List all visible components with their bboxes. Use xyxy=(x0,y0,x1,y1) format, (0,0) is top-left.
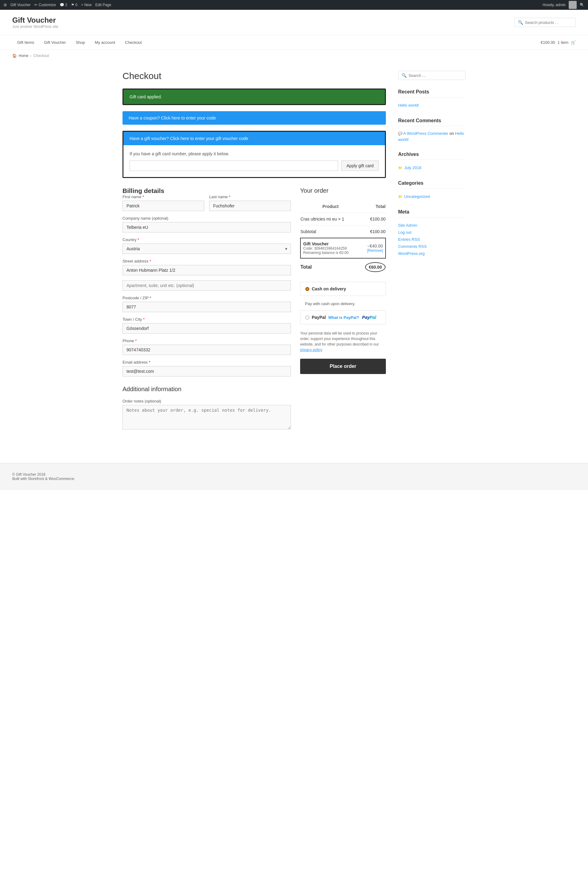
gift-voucher-section: Have a gift voucher? Click here to enter… xyxy=(123,131,386,178)
gift-voucher-code-detail: Code: 30948159641642​59 xyxy=(303,246,358,251)
admin-bar-pending[interactable]: ⚑ 0 xyxy=(71,3,78,7)
gift-voucher-remove-link[interactable]: [Remove] xyxy=(363,248,383,253)
col-total: Total xyxy=(361,200,386,213)
archives-widget: Archives July 2018 xyxy=(398,152,465,171)
order-notes-input[interactable] xyxy=(123,405,291,429)
apply-gift-card-button[interactable]: Apply gift card xyxy=(341,161,379,171)
footer-copyright: © Gift Voucher 2018 xyxy=(12,472,576,477)
cash-on-delivery-label[interactable]: Cash on delivery xyxy=(305,287,346,291)
nav-item-gift-voucher[interactable]: Gift Voucher xyxy=(39,35,71,50)
paypal-link[interactable]: What is PayPal? xyxy=(328,315,359,320)
billing-section: Billing details First name * Last name *… xyxy=(123,187,291,377)
place-order-button[interactable]: Place order xyxy=(300,359,386,374)
company-input[interactable] xyxy=(123,222,291,233)
phone-field: Phone * xyxy=(123,338,291,355)
street-field: Street address * xyxy=(123,259,291,275)
sidebar-search-widget: 🔍 xyxy=(398,71,465,80)
product-name: Cras ultricies mi eu × 1 xyxy=(300,213,361,225)
country-select[interactable]: Austria xyxy=(123,243,291,254)
country-select-wrapper: Austria xyxy=(123,243,291,254)
town-label: Town / City * xyxy=(123,317,291,321)
street2-input[interactable] xyxy=(123,280,291,291)
phone-input[interactable] xyxy=(123,345,291,355)
entries-rss-link[interactable]: Entries RSS xyxy=(398,237,420,242)
gift-voucher-body: If you have a gift card number, please a… xyxy=(123,145,385,177)
list-item: Comments RSS xyxy=(398,243,465,250)
recent-posts-widget: Recent Posts Hello world! xyxy=(398,89,465,109)
folder-icon xyxy=(398,194,402,199)
nav-item-gift-items[interactable]: Gift Items xyxy=(12,35,39,50)
categories-widget: Categories Uncategorized xyxy=(398,180,465,200)
postcode-input[interactable] xyxy=(123,302,291,312)
street2-field xyxy=(123,280,291,291)
street-input[interactable] xyxy=(123,265,291,275)
checkout-columns: Billing details First name * Last name *… xyxy=(123,187,386,435)
gift-voucher-header[interactable]: Have a gift voucher? Click here to enter… xyxy=(123,132,385,145)
paypal-radio[interactable] xyxy=(305,315,309,320)
email-field: Email address * xyxy=(123,360,291,377)
town-input[interactable] xyxy=(123,323,291,333)
gift-voucher-description: If you have a gift card number, please a… xyxy=(129,151,379,156)
subtotal-label: Subtotal xyxy=(300,225,361,238)
avatar[interactable] xyxy=(569,1,577,9)
admin-bar-edit-page[interactable]: Edit Page xyxy=(95,3,111,7)
total-row: Total €60.00 xyxy=(300,258,386,276)
nav-menu: Gift Items Gift Voucher Shop My account … xyxy=(12,35,147,50)
total-label: Total xyxy=(300,258,361,276)
nav-item-my-account[interactable]: My account xyxy=(90,35,120,50)
list-item: Site Admin xyxy=(398,222,465,229)
your-order-section: Your order Product Total Cras ultrici xyxy=(300,187,386,374)
gift-voucher-details: Code: 30948159641642​59 Remaining balanc… xyxy=(303,246,358,255)
site-admin-link[interactable]: Site Admin xyxy=(398,223,417,228)
admin-bar-new[interactable]: + New xyxy=(81,3,92,7)
subtotal-value: €100.00 xyxy=(361,225,386,238)
admin-bar-wp-logo[interactable]: ⊞ xyxy=(4,3,7,7)
logout-link[interactable]: Log out xyxy=(398,230,411,235)
meta-widget: Meta Site Admin Log out Entries RSS Comm… xyxy=(398,209,465,257)
last-name-input[interactable] xyxy=(209,201,291,211)
admin-bar-gift-voucher[interactable]: Gift Voucher xyxy=(10,3,31,7)
email-label: Email address * xyxy=(123,360,291,365)
list-item: Uncategorized xyxy=(398,193,465,200)
breadcrumb-home[interactable]: Home xyxy=(19,54,28,58)
comments-rss-link[interactable]: Comments RSS xyxy=(398,244,427,249)
sidebar-search-input[interactable] xyxy=(408,73,462,78)
paypal-label[interactable]: PayPal What is PayPal? xyxy=(305,315,359,320)
first-name-input[interactable] xyxy=(123,201,204,211)
total-value: €60.00 xyxy=(365,262,386,272)
categories-list: Uncategorized xyxy=(398,193,465,200)
wordpress-org-link[interactable]: WordPress.org xyxy=(398,251,424,256)
nav-item-checkout[interactable]: Checkout xyxy=(120,35,147,50)
privacy-policy-link[interactable]: privacy policy xyxy=(300,348,322,352)
email-input[interactable] xyxy=(123,366,291,377)
paypal-option[interactable]: PayPal What is PayPal? PayPal xyxy=(300,310,386,324)
folder-icon xyxy=(398,165,402,170)
coupon-toggle[interactable]: Have a coupon? Click here to enter your … xyxy=(123,111,386,125)
archive-link[interactable]: July 2018 xyxy=(398,165,465,170)
cash-on-delivery-radio[interactable] xyxy=(305,287,309,291)
admin-bar: ⊞ Gift Voucher ✏ Customize 💬 2 ⚑ 0 + New… xyxy=(0,0,588,10)
header-search-input[interactable] xyxy=(525,20,572,25)
gift-voucher-code-input[interactable] xyxy=(129,161,338,171)
header-search-box[interactable]: 🔍 xyxy=(514,18,576,27)
sidebar-search-box[interactable]: 🔍 xyxy=(398,71,465,80)
meta-title: Meta xyxy=(398,209,465,218)
gift-voucher-order-label: Gift Voucher Code: 30948159641642​59 Rem… xyxy=(300,238,361,258)
col-product: Product xyxy=(300,200,361,213)
order-table-header: Product Total xyxy=(300,200,386,213)
recent-post-link[interactable]: Hello world! xyxy=(398,103,465,108)
list-item: July 2018 xyxy=(398,164,465,171)
cart-widget[interactable]: €100.00 1 item 🛒 xyxy=(541,40,576,45)
additional-info-section: Additional information Order notes (opti… xyxy=(123,386,291,430)
category-link[interactable]: Uncategorized xyxy=(398,194,465,199)
admin-bar-customize[interactable]: ✏ Customize xyxy=(34,3,56,7)
page-title: Checkout xyxy=(123,71,386,81)
commenter-link[interactable]: A WordPress Commenter xyxy=(404,131,448,136)
company-label: Company name (optional) xyxy=(123,216,291,221)
search-icon[interactable]: 🔍 xyxy=(580,3,584,7)
gift-card-applied-text: Gift card applied. xyxy=(129,95,162,99)
cash-on-delivery-option[interactable]: Cash on delivery xyxy=(300,282,386,296)
nav-item-shop[interactable]: Shop xyxy=(71,35,90,50)
order-notes-field: Order notes (optional) xyxy=(123,399,291,430)
admin-bar-comments[interactable]: 💬 2 xyxy=(60,3,68,7)
